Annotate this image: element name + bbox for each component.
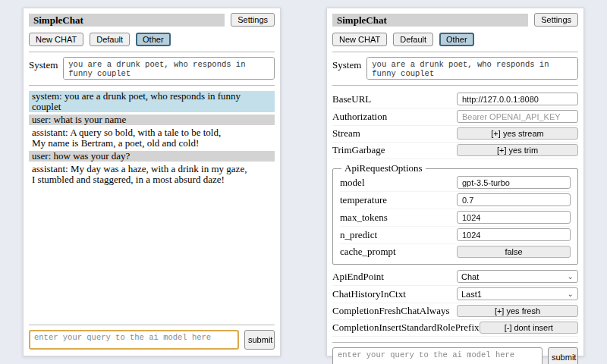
apiendpoint-select[interactable]: Chat ⌄ bbox=[457, 270, 578, 283]
settings-header: SimpleChat Settings bbox=[332, 13, 578, 27]
submit-button[interactable]: submit bbox=[548, 347, 578, 364]
session-button-other[interactable]: Other bbox=[136, 33, 171, 46]
session-button-default[interactable]: Default bbox=[90, 33, 130, 46]
setting-row-trimgarbage: TrimGarbage [+] yes trim bbox=[332, 143, 578, 159]
selected-value: Last1 bbox=[461, 290, 482, 299]
system-prompt-row: System you are a drunk poet, who respond… bbox=[29, 57, 275, 80]
setting-label: BaseURL bbox=[332, 93, 371, 105]
setting-row-stream: Stream [+] yes stream bbox=[332, 126, 578, 143]
setting-row-authorization: Authorization bbox=[332, 108, 578, 126]
session-button-other[interactable]: Other bbox=[439, 33, 474, 46]
chat-header: SimpleChat Settings bbox=[29, 13, 275, 27]
api-request-options-group: ApiRequestOptions model temperature max_… bbox=[332, 162, 578, 265]
setting-row-chathistoryinctxt: ChatHistoryInCtxt Last1 ⌄ bbox=[332, 286, 578, 303]
cache-prompt-toggle-button[interactable]: false bbox=[457, 246, 571, 258]
divider bbox=[332, 85, 578, 86]
empty-space bbox=[29, 187, 275, 319]
query-input[interactable] bbox=[332, 347, 543, 364]
chat-message-assistant: assistant: A query so bold, with a tale … bbox=[29, 127, 275, 149]
setting-label: ApiEndPoint bbox=[332, 271, 384, 283]
model-input[interactable] bbox=[457, 176, 571, 189]
query-row: submit bbox=[29, 330, 275, 350]
chat-messages: system: you are a drunk poet, who respon… bbox=[29, 91, 275, 187]
setting-row-baseurl: BaseURL bbox=[332, 91, 578, 108]
setting-label: Stream bbox=[332, 127, 360, 140]
setting-row-max-tokens: max_tokens bbox=[340, 209, 571, 227]
system-prompt-input[interactable]: you are a drunk poet, who responds in fu… bbox=[366, 57, 578, 80]
divider bbox=[332, 52, 578, 52]
chevron-down-icon: ⌄ bbox=[568, 273, 574, 281]
session-toolbar: New CHAT Default Other bbox=[29, 33, 275, 46]
app-title: SimpleChat bbox=[332, 14, 528, 27]
setting-label: n_predict bbox=[340, 229, 377, 241]
chathistoryinctxt-select[interactable]: Last1 ⌄ bbox=[457, 287, 578, 300]
system-label: System bbox=[29, 57, 58, 71]
chat-message-system: system: you are a drunk poet, who respon… bbox=[29, 91, 275, 112]
chat-message-user: user: how was your day? bbox=[29, 151, 275, 162]
n-predict-input[interactable] bbox=[457, 228, 571, 241]
new-chat-button[interactable]: New CHAT bbox=[29, 33, 83, 46]
setting-row-model: model bbox=[340, 174, 571, 192]
setting-row-apiendpoint: ApiEndPoint Chat ⌄ bbox=[332, 268, 578, 286]
trimgarbage-toggle-button[interactable]: [+] yes trim bbox=[457, 144, 578, 156]
new-chat-button[interactable]: New CHAT bbox=[332, 33, 387, 46]
chevron-down-icon: ⌄ bbox=[568, 290, 574, 298]
authorization-input[interactable] bbox=[457, 110, 578, 123]
divider bbox=[332, 342, 578, 343]
app-title: SimpleChat bbox=[29, 14, 225, 27]
divider bbox=[29, 325, 275, 325]
settings-list: BaseURL Authorization Stream [+] yes str… bbox=[332, 91, 578, 337]
setting-label: temperature bbox=[340, 194, 387, 206]
setting-label: Authorization bbox=[332, 111, 387, 123]
submit-button[interactable]: submit bbox=[244, 330, 275, 350]
settings-button[interactable]: Settings bbox=[231, 13, 275, 27]
system-label: System bbox=[332, 57, 361, 71]
baseurl-input[interactable] bbox=[457, 93, 578, 105]
stream-toggle-button[interactable]: [+] yes stream bbox=[457, 127, 578, 140]
setting-row-cache-prompt: cache_prompt false bbox=[340, 244, 571, 260]
session-button-default[interactable]: Default bbox=[393, 33, 433, 46]
setting-row-temperature: temperature bbox=[340, 192, 571, 209]
setting-label: max_tokens bbox=[340, 212, 388, 224]
query-row: submit bbox=[332, 347, 578, 364]
selected-value: Chat bbox=[461, 272, 479, 281]
temperature-input[interactable] bbox=[457, 193, 571, 206]
settings-button[interactable]: Settings bbox=[534, 13, 578, 27]
completioninsertstandardroleprefix-toggle-button[interactable]: [-] dont insert bbox=[480, 322, 578, 334]
setting-label: CompletionInsertStandardRolePrefix bbox=[332, 322, 480, 334]
chat-message-assistant: assistant: My day was a haze, with a dri… bbox=[29, 164, 275, 185]
query-input[interactable] bbox=[29, 330, 239, 350]
max-tokens-input[interactable] bbox=[457, 211, 571, 224]
setting-row-n-predict: n_predict bbox=[340, 227, 571, 244]
setting-label: ChatHistoryInCtxt bbox=[332, 288, 406, 300]
divider bbox=[29, 52, 275, 52]
divider bbox=[29, 85, 275, 86]
setting-row-completionfreshchatalways: CompletionFreshChatAlways [+] yes fresh bbox=[332, 303, 578, 320]
chat-panel: SimpleChat Settings New CHAT Default Oth… bbox=[23, 8, 281, 356]
settings-panel: SimpleChat Settings New CHAT Default Oth… bbox=[326, 8, 584, 356]
setting-label: TrimGarbage bbox=[332, 144, 385, 156]
setting-label: cache_prompt bbox=[340, 246, 396, 258]
api-request-options-legend: ApiRequestOptions bbox=[341, 162, 426, 174]
session-toolbar: New CHAT Default Other bbox=[332, 33, 578, 46]
page: SimpleChat Settings New CHAT Default Oth… bbox=[0, 0, 607, 364]
chat-message-user: user: what is your name bbox=[29, 115, 275, 125]
completionfreshchatalways-toggle-button[interactable]: [+] yes fresh bbox=[457, 305, 578, 317]
setting-label: model bbox=[340, 177, 365, 189]
system-prompt-row: System you are a drunk poet, who respond… bbox=[332, 57, 578, 80]
setting-label: CompletionFreshChatAlways bbox=[332, 305, 450, 317]
system-prompt-input[interactable]: you are a drunk poet, who responds in fu… bbox=[63, 57, 275, 80]
setting-row-completioninsertstandardroleprefix: CompletionInsertStandardRolePrefix [-] d… bbox=[332, 320, 578, 337]
